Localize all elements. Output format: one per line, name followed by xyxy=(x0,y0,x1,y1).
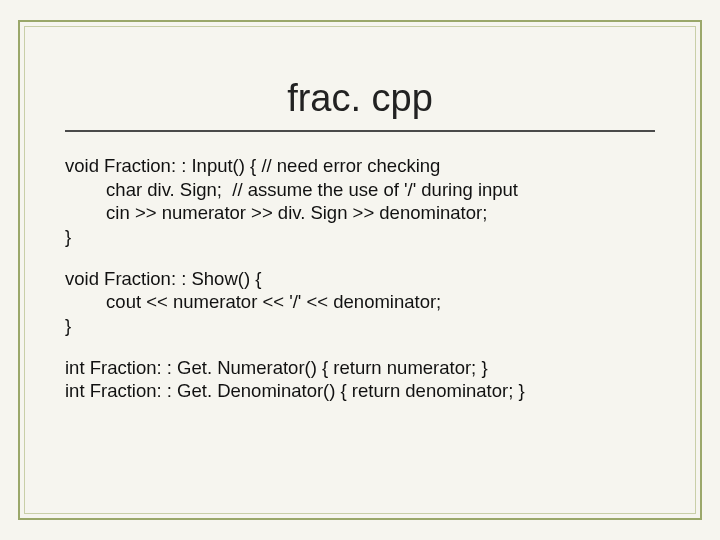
code-line: } xyxy=(65,226,71,247)
code-line: int Fraction: : Get. Denominator() { ret… xyxy=(65,380,525,401)
code-block-input: void Fraction: : Input() { // need error… xyxy=(65,154,655,249)
code-line: int Fraction: : Get. Numerator() { retur… xyxy=(65,357,488,378)
title-underline xyxy=(65,130,655,132)
inner-border: frac. cpp void Fraction: : Input() { // … xyxy=(24,26,696,514)
spacer xyxy=(65,338,655,356)
code-line: cin >> numerator >> div. Sign >> denomin… xyxy=(65,202,487,223)
slide: frac. cpp void Fraction: : Input() { // … xyxy=(0,0,720,540)
code-line: } xyxy=(65,315,71,336)
code-line: cout << numerator << '/' << denominator; xyxy=(65,291,441,312)
code-line: void Fraction: : Input() { // need error… xyxy=(65,155,440,176)
code-line: void Fraction: : Show() { xyxy=(65,268,261,289)
code-line: char div. Sign; // assume the use of '/'… xyxy=(65,179,518,200)
code-block-show: void Fraction: : Show() { cout << numera… xyxy=(65,267,655,338)
outer-border: frac. cpp void Fraction: : Input() { // … xyxy=(18,20,702,520)
code-block-getters: int Fraction: : Get. Numerator() { retur… xyxy=(65,356,655,403)
spacer xyxy=(65,249,655,267)
page-title: frac. cpp xyxy=(65,77,655,120)
